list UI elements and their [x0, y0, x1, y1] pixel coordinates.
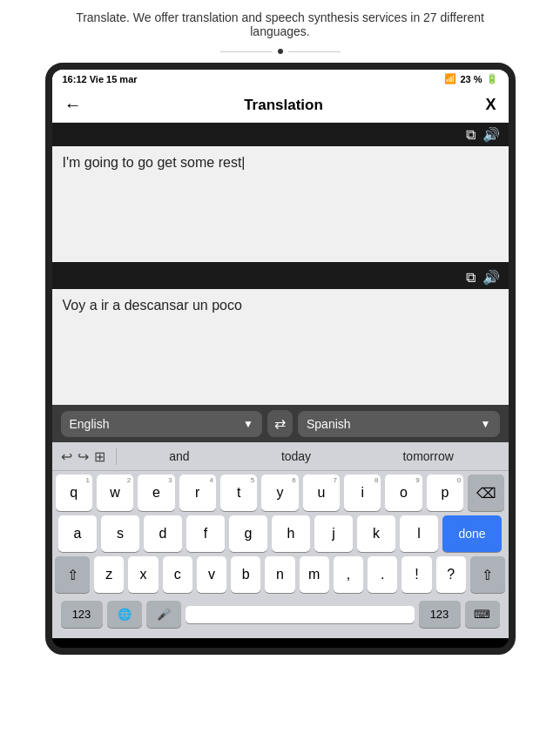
key-l[interactable]: l — [400, 515, 438, 552]
ipad-screen: 16:12 Vie 15 mar 📶 23 % 🔋 ← Translation … — [52, 70, 509, 638]
key-period[interactable]: . — [368, 556, 397, 593]
wifi-icon: 📶 — [444, 73, 456, 84]
key-o[interactable]: 9o — [385, 474, 422, 511]
divider — [220, 49, 341, 54]
target-lang-select[interactable]: Spanish ▼ — [298, 411, 500, 437]
redo-icon[interactable]: ↪ — [78, 448, 89, 465]
key-row-3: ⇧ z x c v b n m , . ! ? ⇧ — [56, 556, 505, 593]
undo-icon[interactable]: ↩ — [61, 448, 72, 465]
key-t[interactable]: 5t — [220, 474, 257, 511]
divider-dot — [278, 49, 283, 54]
suggestion-tomorrow[interactable]: tomorrow — [397, 448, 458, 465]
target-toolbar: ⧉ 🔊 — [52, 266, 509, 289]
status-time: 16:12 Vie 15 mar — [63, 74, 138, 84]
suggestion-separator — [116, 448, 117, 465]
key-g[interactable]: g — [229, 515, 267, 552]
key-backspace[interactable]: ⌫ — [468, 474, 504, 511]
key-i[interactable]: 8i — [344, 474, 381, 511]
num-key-right[interactable]: 123 — [419, 601, 461, 628]
divider-line-right — [288, 51, 341, 52]
swap-icon: ⇄ — [274, 415, 286, 432]
ipad-frame: 16:12 Vie 15 mar 📶 23 % 🔋 ← Translation … — [45, 63, 516, 655]
num-label-left: 123 — [72, 608, 91, 621]
key-e[interactable]: 3e — [138, 474, 174, 511]
source-lang-label: English — [70, 417, 110, 431]
key-b[interactable]: b — [231, 556, 260, 593]
key-c[interactable]: c — [163, 556, 192, 593]
suggestion-and[interactable]: and — [164, 448, 194, 465]
source-text[interactable]: I'm going to go get some rest| — [52, 146, 509, 262]
key-m[interactable]: m — [300, 556, 329, 593]
key-u[interactable]: 7u — [303, 474, 340, 511]
status-right: 📶 23 % 🔋 — [444, 73, 497, 84]
target-lang-chevron-icon: ▼ — [481, 418, 491, 430]
suggestion-today[interactable]: today — [276, 448, 316, 465]
keyboard-bottom-row: 123 🌐 🎤 123 ⌨ — [56, 597, 505, 633]
target-copy-icon[interactable]: ⧉ — [466, 270, 476, 286]
key-row-1: 1q 2w 3e 4r 5t 6y 7u 8i 9o 0p ⌫ — [56, 474, 505, 511]
num-label-right: 123 — [430, 608, 449, 621]
back-button[interactable]: ← — [64, 95, 82, 115]
source-lang-chevron-icon: ▼ — [243, 418, 253, 430]
target-text: Voy a ir a descansar un poco — [52, 289, 509, 405]
battery-text: 23 % — [460, 74, 482, 84]
suggestion-words: and today tomorrow — [124, 448, 500, 465]
close-button[interactable]: X — [485, 96, 496, 114]
key-p[interactable]: 0p — [427, 474, 463, 511]
clipboard-icon[interactable]: ⊞ — [94, 448, 105, 465]
num-key-left[interactable]: 123 — [61, 601, 103, 628]
key-y[interactable]: 6y — [261, 474, 298, 511]
spacebar[interactable] — [186, 606, 415, 623]
source-toolbar: ⧉ 🔊 — [52, 123, 509, 146]
key-r[interactable]: 4r — [179, 474, 216, 511]
keyboard-suggestions: ↩ ↪ ⊞ and today tomorrow — [52, 442, 509, 471]
source-panel: ⧉ 🔊 I'm going to go get some rest| — [52, 123, 509, 262]
keyboard-dismiss-key[interactable]: ⌨ — [465, 601, 500, 628]
key-k[interactable]: k — [357, 515, 395, 552]
key-v[interactable]: v — [197, 556, 226, 593]
key-x[interactable]: x — [128, 556, 158, 593]
key-d[interactable]: d — [144, 515, 182, 552]
key-n[interactable]: n — [265, 556, 294, 593]
shift-left-button[interactable]: ⇧ — [55, 556, 90, 593]
globe-icon: 🌐 — [118, 608, 132, 621]
status-bar: 16:12 Vie 15 mar 📶 23 % 🔋 — [52, 70, 509, 88]
globe-key[interactable]: 🌐 — [107, 601, 142, 628]
mic-key[interactable]: 🎤 — [146, 601, 181, 628]
mic-icon: 🎤 — [157, 608, 171, 621]
target-panel: ⧉ 🔊 Voy a ir a descansar un poco — [52, 266, 509, 405]
nav-bar: ← Translation X — [52, 88, 509, 123]
key-exclaim[interactable]: ! — [401, 556, 431, 593]
key-s[interactable]: s — [101, 515, 139, 552]
key-h[interactable]: h — [272, 515, 310, 552]
done-button[interactable]: done — [442, 515, 502, 552]
key-w[interactable]: 2w — [97, 474, 133, 511]
source-lang-select[interactable]: English ▼ — [61, 411, 263, 437]
key-a[interactable]: a — [58, 515, 97, 552]
lang-bar: English ▼ ⇄ Spanish ▼ — [52, 405, 509, 442]
keyboard: 1q 2w 3e 4r 5t 6y 7u 8i 9o 0p ⌫ a s d f … — [52, 471, 509, 638]
shift-right-button[interactable]: ⇧ — [470, 556, 505, 593]
keyboard-dismiss-icon: ⌨ — [474, 608, 490, 621]
page-description: Translate. We offer translation and spee… — [45, 0, 516, 44]
battery-icon: 🔋 — [486, 73, 498, 84]
key-f[interactable]: f — [186, 515, 225, 552]
divider-line — [220, 51, 273, 52]
target-speaker-icon[interactable]: 🔊 — [482, 269, 500, 286]
target-lang-label: Spanish — [307, 417, 351, 431]
key-question[interactable]: ? — [436, 556, 466, 593]
source-copy-icon[interactable]: ⧉ — [466, 127, 476, 143]
key-z[interactable]: z — [94, 556, 124, 593]
nav-title: Translation — [244, 97, 323, 114]
key-j[interactable]: j — [314, 515, 353, 552]
swap-button[interactable]: ⇄ — [267, 410, 293, 437]
suggestion-actions: ↩ ↪ ⊞ — [61, 448, 105, 465]
key-row-2: a s d f g h j k l done — [56, 515, 505, 552]
source-speaker-icon[interactable]: 🔊 — [482, 126, 500, 143]
key-comma[interactable]: , — [334, 556, 363, 593]
key-q[interactable]: 1q — [56, 474, 92, 511]
